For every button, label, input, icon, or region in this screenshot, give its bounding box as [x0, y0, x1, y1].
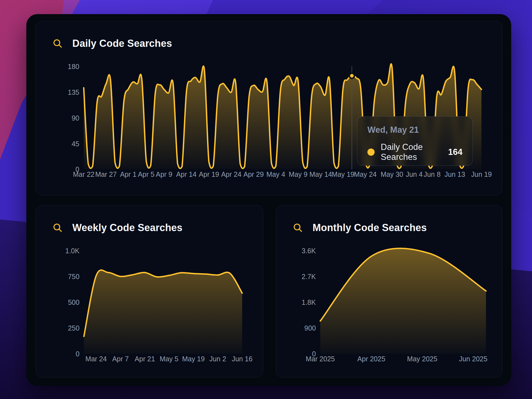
x-axis-tick: Jun 2025	[459, 355, 487, 363]
x-axis-tick: May 19	[182, 355, 205, 363]
x-axis-tick: Jun 19	[471, 170, 492, 178]
y-axis-tick: 900	[304, 324, 316, 332]
x-axis-tick: Apr 2025	[357, 355, 385, 363]
y-axis-tick: 1.8K	[302, 298, 316, 306]
weekly-card-header: Weekly Code Searches	[52, 222, 183, 234]
x-axis-tick: Jun 16	[232, 355, 253, 363]
x-axis-tick: May 5	[160, 355, 178, 363]
x-axis-tick: May 9	[289, 170, 308, 178]
y-axis-tick: 750	[68, 273, 80, 280]
chart-tooltip: Wed, May 21 Daily Code Searches 164	[357, 116, 473, 166]
y-axis-tick: 3.6K	[302, 247, 316, 255]
y-axis-tick: 250	[68, 324, 80, 332]
y-axis-tick: 45	[71, 140, 79, 148]
search-icon	[293, 222, 303, 233]
daily-card: Daily Code Searches 04590135180Mar 22Mar…	[35, 21, 502, 195]
daily-card-header: Daily Code Searches	[52, 38, 172, 49]
tooltip-date: Wed, May 21	[367, 125, 462, 135]
y-axis-tick: 0	[76, 350, 80, 358]
x-axis-tick: May 30	[381, 170, 403, 178]
x-axis-tick: Jun 4	[406, 170, 423, 178]
x-axis-tick: Mar 22	[73, 170, 94, 178]
hover-point-marker	[349, 73, 354, 78]
series-dot	[367, 149, 375, 156]
monthly-card-header: Monthly Code Searches	[293, 222, 427, 234]
y-axis-tick: 135	[68, 88, 80, 96]
tooltip-series-label: Daily Code Searches	[381, 142, 448, 162]
x-axis-tick: Jun 2	[209, 355, 226, 363]
x-axis-tick: Apr 19	[199, 170, 219, 178]
weekly-chart-title: Weekly Code Searches	[72, 222, 183, 234]
x-axis-tick: Apr 14	[176, 170, 197, 178]
y-axis-tick: 90	[71, 114, 79, 122]
search-icon	[52, 38, 63, 49]
monthly-card: Monthly Code Searches 09001.8K2.7K3.6KMa…	[276, 205, 502, 377]
x-axis-tick: Apr 29	[243, 170, 264, 178]
x-axis-tick: Apr 24	[221, 170, 242, 178]
y-axis-tick: 1.0K	[65, 247, 80, 255]
search-icon	[52, 222, 63, 233]
x-axis-tick: Mar 2025	[306, 355, 335, 363]
x-axis-tick: May 19	[332, 170, 354, 178]
x-axis-tick: Mar 24	[85, 355, 107, 363]
x-axis-tick: Mar 27	[95, 170, 117, 178]
tooltip-series-row: Daily Code Searches 164	[367, 142, 462, 162]
y-axis-tick: 180	[68, 63, 80, 70]
x-axis-tick: Jun 13	[444, 170, 465, 178]
y-axis-tick: 500	[68, 298, 80, 306]
tooltip-value: 164	[448, 147, 462, 157]
monthly-area-fill	[320, 248, 486, 354]
daily-chart-title: Daily Code Searches	[72, 38, 172, 49]
x-axis-tick: Apr 21	[135, 355, 155, 363]
x-axis-tick: Apr 1	[120, 170, 137, 178]
x-axis-tick: May 4	[267, 170, 285, 178]
x-axis-tick: May 14	[310, 170, 332, 178]
weekly-area-fill	[84, 270, 242, 354]
x-axis-tick: Apr 7	[112, 355, 129, 363]
code-search-dashboard: Daily Code Searches 04590135180Mar 22Mar…	[26, 14, 511, 386]
weekly-card: Weekly Code Searches 02505007501.0KMar 2…	[35, 205, 263, 377]
x-axis-tick: Apr 9	[156, 170, 172, 178]
x-axis-tick: May 2025	[407, 355, 437, 363]
y-axis-tick: 2.7K	[302, 273, 316, 280]
x-axis-tick: May 24	[354, 170, 377, 178]
x-axis-tick: Apr 5	[138, 170, 155, 178]
monthly-chart-title: Monthly Code Searches	[313, 222, 427, 234]
x-axis-tick: Jun 8	[424, 170, 441, 178]
